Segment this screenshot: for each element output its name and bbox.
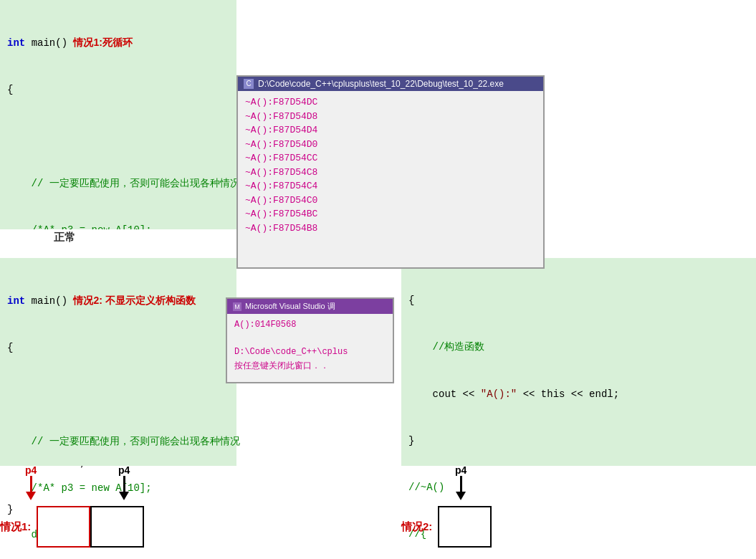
bottom-left-code-section: int main() 情况2: 不显示定义析构函数 { // 一定要匹配使用，否… [0, 258, 236, 466]
vs-path: D:\Code\code_C++\cplus [234, 347, 348, 357]
right-arrow-head [456, 492, 466, 500]
bl-code-line-4: // 一定要匹配使用，否则可能会出现各种情况 [7, 434, 229, 450]
right-black-box [438, 506, 492, 548]
bl-code-line-1: int main() 情况2: 不显示定义析构函数 [7, 293, 229, 310]
br-code-line-2: //构造函数 [408, 340, 749, 355]
popup-vs-content: A():014F0568 D:\Code\code_C++\cplus 按任意键… [227, 314, 393, 378]
black-box [90, 506, 144, 548]
right-black-arrow-container: p4 [455, 464, 466, 500]
red-box [37, 506, 90, 548]
bl-code-line-3 [7, 388, 229, 403]
exe-line-9: ~A():F87D54BC [245, 209, 317, 219]
exe-line-6: ~A():F87D54C8 [245, 167, 317, 178]
black-p4-label: p4 [118, 464, 130, 476]
code-line-1: int main() 情况1:死循环 [7, 35, 229, 52]
right-arrow-shaft [460, 476, 462, 492]
red-p4-label: p4 [25, 464, 37, 476]
vs-icon: M [233, 302, 241, 311]
popup-exe-titlebar: C D:\Code\code_C++\cplusplus\test_10_22\… [238, 77, 543, 91]
vs-msg: 按任意键关闭此窗口．． [234, 361, 329, 371]
exe-line-2: ~A():F87D54D8 [245, 111, 317, 122]
black-arrow-head [119, 492, 129, 500]
exe-line-8: ~A():F87D54C0 [245, 195, 317, 206]
popup-vs-window[interactable]: M Microsoft Visual Studio 调 A():014F0568… [226, 297, 394, 383]
red-arrow-head [26, 492, 36, 500]
code-line-4: // 一定要匹配使用，否则可能会出现各种情况 [7, 176, 229, 192]
code-line-2: { [7, 82, 229, 98]
normal-label: 正常 [54, 231, 75, 244]
diagram-left-bottom: 情况1: [0, 506, 144, 548]
bottom-right-code-section: { //构造函数 cout << "A():" << this << endl;… [401, 258, 756, 466]
popup-exe-title: D:\Code\code_C++\cplusplus\test_10_22\De… [258, 79, 504, 89]
popup-exe-content: ~A():F87D54DC ~A():F87D54D8 ~A():F87D54D… [238, 91, 543, 239]
br-code-line-4: } [408, 434, 749, 449]
code-line-3 [7, 130, 229, 145]
exe-line-4: ~A():F87D54D0 [245, 139, 317, 150]
popup-vs-title: Microsoft Visual Studio 调 [245, 301, 335, 312]
br-code-line-1: { [408, 293, 749, 309]
red-arrow-shaft [30, 476, 32, 492]
black-arrow-container: p4 [118, 464, 130, 500]
case2-label: 情况2: [401, 520, 432, 534]
cmd-icon: C [244, 79, 254, 89]
vs-address: A():014F0568 [234, 320, 296, 330]
diagram-right-bottom: 情况2: [401, 506, 492, 548]
exe-line-7: ~A():F87D54C4 [245, 181, 317, 191]
black-arrow-shaft [123, 476, 125, 492]
case1-label: 情况1: [0, 520, 31, 534]
exe-line-3: ~A():F87D54D4 [245, 125, 317, 135]
red-arrow-container: p4 [25, 464, 37, 500]
exe-line-1: ~A():F87D54DC [245, 97, 317, 108]
right-p4-label: p4 [455, 464, 466, 476]
popup-vs-titlebar: M Microsoft Visual Studio 调 [227, 299, 393, 314]
exe-line-10: ~A():F87D54B8 [245, 223, 317, 234]
bl-code-line-2: { [7, 340, 229, 356]
br-code-line-3: cout << "A():" << this << endl; [408, 387, 749, 403]
popup-exe-window[interactable]: C D:\Code\code_C++\cplusplus\test_10_22\… [236, 75, 545, 269]
exe-line-5: ~A():F87D54CC [245, 153, 317, 163]
top-code-section: int main() 情况1:死循环 { // 一定要匹配使用，否则可能会出现各… [0, 0, 236, 229]
